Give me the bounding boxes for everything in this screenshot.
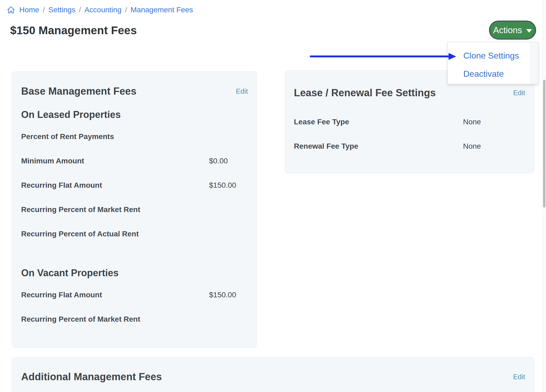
annotation-arrow-icon	[309, 52, 459, 61]
additional-card-edit-link[interactable]: Edit	[513, 373, 525, 381]
fee-value: $150.00	[209, 290, 248, 300]
breadcrumb: Home / Settings / Accounting / Managemen…	[7, 4, 193, 16]
fee-row: Recurring Percent of Market Rent	[21, 314, 248, 324]
fee-label: Recurring Percent of Market Rent	[21, 205, 209, 215]
lease-card-title: Lease / Renewal Fee Settings	[294, 87, 436, 99]
menu-item-clone-settings[interactable]: Clone Settings	[448, 47, 538, 65]
actions-button[interactable]: Actions	[489, 21, 536, 40]
lease-card-edit-link[interactable]: Edit	[513, 89, 525, 97]
fee-row: Renewal Fee Type None	[294, 141, 525, 151]
fee-label: Renewal Fee Type	[294, 141, 463, 151]
fee-row: Recurring Flat Amount $150.00	[21, 290, 248, 300]
fee-row: Minimum Amount $0.00	[21, 156, 248, 166]
home-icon[interactable]	[7, 6, 15, 14]
fee-label: Recurring Flat Amount	[21, 290, 209, 300]
breadcrumb-link-home[interactable]: Home	[19, 6, 39, 14]
additional-management-fees-card: Additional Management Fees Edit	[12, 357, 534, 392]
fee-row: Percent of Rent Payments	[21, 132, 248, 142]
caret-down-icon	[526, 29, 532, 33]
fee-label: Recurring Flat Amount	[21, 180, 209, 190]
dropdown-scrollbar-track[interactable]	[530, 42, 538, 84]
breadcrumb-link-accounting[interactable]: Accounting	[84, 6, 122, 14]
fee-row: Recurring Percent of Actual Rent	[21, 229, 248, 239]
fee-label: Lease Fee Type	[294, 117, 463, 127]
fee-label: Percent of Rent Payments	[21, 132, 209, 142]
base-card-title: Base Management Fees	[21, 85, 136, 97]
lease-renewal-fee-settings-card: Lease / Renewal Fee Settings Edit Lease …	[285, 70, 534, 173]
fee-value: $150.00	[209, 180, 248, 190]
menu-item-deactivate[interactable]: Deactivate	[448, 65, 538, 83]
breadcrumb-separator: /	[125, 6, 127, 14]
page-scrollbar-thumb[interactable]	[543, 80, 545, 207]
base-management-fees-card: Base Management Fees Edit On Leased Prop…	[12, 71, 257, 348]
breadcrumb-separator: /	[43, 6, 45, 14]
fee-row: Lease Fee Type None	[294, 117, 525, 127]
fee-value: None	[463, 141, 525, 151]
additional-card-title: Additional Management Fees	[21, 371, 162, 383]
management-fees-page: Home / Settings / Accounting / Managemen…	[0, 0, 546, 392]
fee-value: None	[463, 117, 525, 127]
page-title: $150 Management Fees	[10, 23, 137, 38]
fee-label: Recurring Percent of Actual Rent	[21, 229, 209, 239]
breadcrumb-link-management-fees[interactable]: Management Fees	[131, 6, 193, 14]
fee-row: Recurring Flat Amount $150.00	[21, 180, 248, 190]
fee-label: Minimum Amount	[21, 156, 209, 166]
breadcrumb-link-settings[interactable]: Settings	[48, 6, 75, 14]
page-scrollbar-track[interactable]	[542, 0, 546, 392]
actions-dropdown-menu: Clone Settings Deactivate	[448, 42, 538, 83]
fee-value: $0.00	[209, 156, 248, 166]
base-card-edit-link[interactable]: Edit	[236, 87, 248, 95]
fee-row: Recurring Percent of Market Rent	[21, 205, 248, 215]
fee-label: Recurring Percent of Market Rent	[21, 314, 209, 324]
actions-dropdown: Clone Settings Deactivate	[448, 42, 539, 84]
breadcrumb-separator: /	[79, 6, 81, 14]
section-heading-leased: On Leased Properties	[21, 109, 248, 121]
actions-button-label: Actions	[493, 25, 522, 35]
section-heading-vacant: On Vacant Properties	[21, 267, 248, 279]
